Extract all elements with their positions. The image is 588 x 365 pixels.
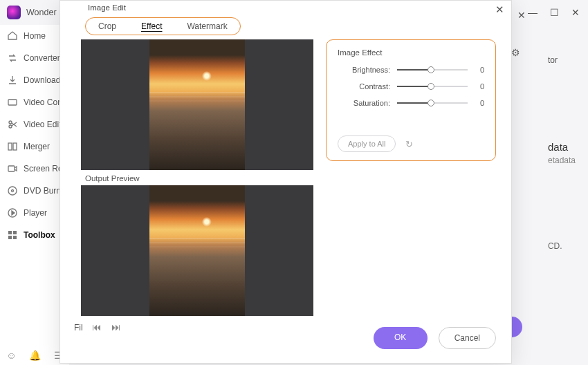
svg-rect-12 — [13, 236, 17, 239]
window-controls: — ☐ ✕ — [524, 4, 584, 21]
sidebar-item-download[interactable]: Download — [0, 69, 69, 91]
edit-tabbar: Crop Effect Watermark — [85, 17, 241, 35]
scissors-icon — [7, 119, 18, 130]
image-effect-panel: Image Effect Brightness: 0 Contrast: 0 — [326, 39, 496, 161]
preview-column: Output Preview ⏮ ⏭ — [81, 39, 313, 338]
preview-image — [149, 39, 245, 170]
home-icon — [7, 30, 18, 41]
compress-icon — [7, 97, 18, 108]
contrast-slider[interactable] — [397, 82, 468, 91]
sidebar-item-label: Merger — [24, 142, 50, 151]
background-panel: tor data etadata CD. — [548, 55, 576, 251]
bg-text-tor: tor — [548, 55, 576, 65]
svg-rect-0 — [8, 100, 17, 105]
output-image — [149, 185, 245, 316]
user-icon[interactable]: ☺ — [6, 350, 16, 361]
window-minimize[interactable]: — — [524, 4, 542, 21]
window-close[interactable]: ✕ — [567, 4, 584, 21]
app-title: Wonder — [26, 8, 57, 17]
window-maximize[interactable]: ☐ — [546, 4, 563, 21]
app-logo — [7, 6, 21, 19]
tab-crop[interactable]: Crop — [86, 18, 129, 35]
modal-title: Image Edit — [60, 1, 511, 15]
contrast-value: 0 — [475, 82, 484, 91]
svg-point-7 — [12, 190, 14, 192]
sidebar-item-label: Toolbox — [24, 230, 55, 240]
prev-frame-icon[interactable]: ⏮ — [92, 321, 102, 333]
gear-icon[interactable]: ⚙ — [511, 47, 520, 58]
sidebar-item-label: Converter — [24, 53, 60, 63]
convert-icon — [7, 53, 18, 64]
tab-effect[interactable]: Effect — [129, 18, 174, 35]
play-icon — [7, 207, 18, 218]
modal-footer: OK Cancel — [374, 327, 496, 349]
sidebar-item-label: Player — [24, 208, 47, 218]
reset-icon[interactable]: ↻ — [405, 139, 413, 149]
svg-rect-10 — [13, 231, 17, 234]
sidebar-item-converter[interactable]: Converter — [0, 47, 69, 69]
contrast-label: Contrast: — [338, 82, 390, 91]
svg-rect-11 — [8, 236, 12, 239]
bg-metadata-title: data — [548, 141, 576, 153]
sidebar: Home Converter Download Video Compressor… — [0, 25, 69, 365]
contrast-row: Contrast: 0 — [338, 82, 484, 91]
original-preview — [81, 39, 313, 170]
svg-rect-9 — [8, 231, 12, 234]
sidebar-item-video-editor[interactable]: Video Editor — [0, 113, 69, 135]
bg-metadata-sub: etadata — [548, 156, 576, 165]
merge-icon — [7, 141, 18, 152]
download-icon — [7, 75, 18, 86]
svg-rect-3 — [8, 143, 12, 150]
preview-nav: ⏮ ⏭ — [81, 316, 313, 338]
bell-icon[interactable]: 🔔 — [29, 350, 41, 361]
svg-rect-4 — [13, 143, 17, 150]
sidebar-item-toolbox[interactable]: Toolbox — [0, 224, 69, 246]
sidebar-item-dvd-burner[interactable]: DVD Burner — [0, 180, 69, 202]
saturation-label: Saturation: — [338, 99, 390, 107]
saturation-slider[interactable] — [397, 98, 468, 108]
sidebar-footer: ☺ 🔔 ☰ — [0, 350, 69, 361]
image-edit-modal: Image Edit ✕ Crop Effect Watermark Outpu… — [59, 0, 512, 364]
sidebar-item-home[interactable]: Home — [0, 25, 69, 47]
saturation-value: 0 — [475, 99, 484, 107]
sidebar-item-label: Download — [24, 75, 60, 85]
grid-icon — [7, 230, 18, 241]
sidebar-item-label: Home — [24, 31, 46, 41]
brightness-slider[interactable] — [397, 65, 468, 75]
svg-point-2 — [9, 121, 12, 124]
next-frame-icon[interactable]: ⏭ — [111, 321, 121, 333]
record-icon — [7, 163, 18, 174]
svg-rect-5 — [8, 166, 15, 171]
saturation-row: Saturation: 0 — [338, 98, 484, 108]
output-preview — [81, 185, 313, 316]
file-label-fragment: Fil — [74, 323, 83, 333]
sidebar-item-merger[interactable]: Merger — [0, 135, 69, 158]
sidebar-item-video-compressor[interactable]: Video Compressor — [0, 91, 69, 113]
tab-watermark[interactable]: Watermark — [174, 18, 239, 35]
output-preview-label: Output Preview — [81, 170, 313, 185]
effect-heading: Image Effect — [338, 48, 484, 57]
disc-icon — [7, 185, 18, 196]
panel-close-icon[interactable]: ✕ — [517, 10, 526, 21]
cancel-button[interactable]: Cancel — [439, 327, 496, 349]
svg-point-6 — [8, 187, 17, 195]
bg-cd-text: CD. — [548, 241, 576, 251]
brightness-label: Brightness: — [338, 66, 390, 74]
apply-to-all-button[interactable]: Apply to All — [338, 135, 396, 152]
modal-close-icon[interactable]: ✕ — [495, 3, 504, 16]
brightness-value: 0 — [475, 66, 484, 74]
sidebar-item-player[interactable]: Player — [0, 202, 69, 224]
sidebar-item-screen-recorder[interactable]: Screen Recorder — [0, 158, 69, 180]
ok-button[interactable]: OK — [374, 327, 428, 349]
svg-point-1 — [9, 125, 12, 128]
brightness-row: Brightness: 0 — [338, 65, 484, 75]
